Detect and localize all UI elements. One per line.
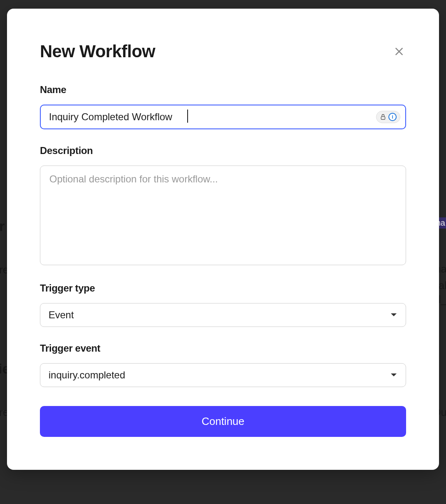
trigger-type-field-group: Trigger type Event bbox=[40, 282, 406, 327]
modal-title: New Workflow bbox=[40, 42, 155, 61]
trigger-event-field-group: Trigger event inquiry.completed bbox=[40, 343, 406, 387]
name-input[interactable] bbox=[40, 105, 406, 129]
description-field-group: Description bbox=[40, 145, 406, 267]
close-button[interactable] bbox=[392, 44, 406, 58]
trigger-type-label: Trigger type bbox=[40, 282, 406, 294]
text-cursor bbox=[187, 110, 188, 123]
continue-button[interactable]: Continue bbox=[40, 406, 406, 437]
trigger-event-label: Trigger event bbox=[40, 343, 406, 354]
new-workflow-modal: New Workflow Name I Description Tr bbox=[7, 9, 439, 470]
trigger-type-select[interactable]: Event bbox=[40, 303, 406, 327]
modal-header: New Workflow bbox=[40, 42, 406, 61]
name-input-wrapper: I bbox=[40, 105, 406, 129]
password-manager-badge[interactable]: I bbox=[376, 111, 400, 123]
trigger-type-select-wrapper: Event bbox=[40, 303, 406, 327]
description-label: Description bbox=[40, 145, 406, 156]
trigger-event-select[interactable]: inquiry.completed bbox=[40, 363, 406, 387]
description-input[interactable] bbox=[40, 166, 406, 265]
trigger-event-select-wrapper: inquiry.completed bbox=[40, 363, 406, 387]
onepassword-icon: I bbox=[388, 113, 397, 121]
lock-icon bbox=[380, 114, 386, 120]
svg-rect-2 bbox=[381, 117, 385, 119]
close-icon bbox=[394, 46, 404, 57]
name-field-group: Name I bbox=[40, 84, 406, 129]
name-label: Name bbox=[40, 84, 406, 96]
